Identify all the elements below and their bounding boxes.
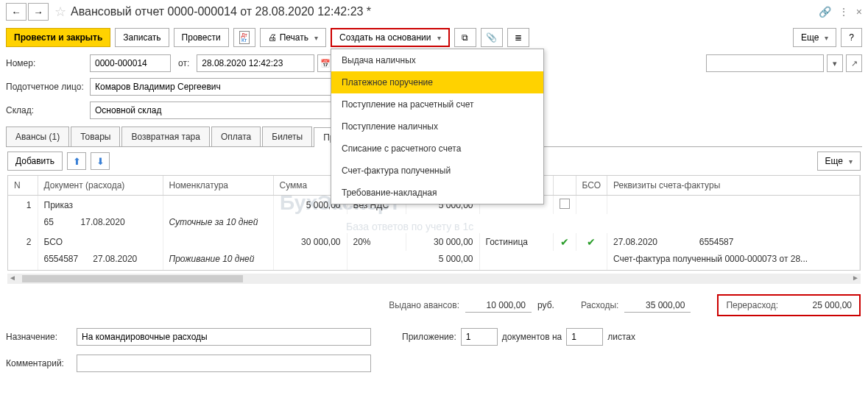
sheets-count-input[interactable]	[566, 328, 603, 346]
more-button[interactable]: Еще	[793, 28, 836, 47]
list-button[interactable]: ≣	[507, 28, 529, 47]
create-based-button[interactable]: Создать на основании	[331, 28, 450, 47]
horizontal-scrollbar[interactable]	[7, 274, 861, 284]
tab-returns[interactable]: Возвратная тара	[121, 127, 210, 146]
menu-item[interactable]: Счет-фактура полученный	[331, 160, 543, 182]
purpose-label: Назначение:	[6, 332, 72, 342]
table-row[interactable]: 6554587 27.08.2020 Проживание 10 дней 5 …	[8, 251, 860, 270]
submit-button[interactable]: Провести	[174, 28, 229, 47]
bso-checkbox[interactable]: ✔	[576, 233, 607, 251]
table-row[interactable]: 2 БСО 30 000,00 20% 30 000,00 Гостиница …	[8, 233, 860, 251]
kebab-icon[interactable]: ⋮	[839, 6, 849, 18]
advances-label: Выдано авансов:	[389, 300, 459, 310]
attach-button[interactable]: 📎	[481, 28, 503, 47]
comment-label: Комментарий:	[6, 358, 72, 368]
overrun-label: Перерасход:	[726, 300, 778, 310]
sf-checkbox[interactable]	[560, 199, 570, 209]
close-icon[interactable]: ×	[856, 6, 862, 18]
expenses-value: 35 000,00	[624, 299, 691, 313]
number-input[interactable]	[90, 54, 171, 72]
page-title: Авансовый отчет 0000-000014 от 28.08.202…	[71, 5, 819, 18]
overrun-value: 25 000,00	[793, 300, 852, 310]
menu-item[interactable]: Поступление наличных	[331, 115, 543, 138]
attach-count-input[interactable]	[461, 328, 498, 346]
org-open-button[interactable]: ↗	[846, 54, 862, 72]
print-button[interactable]: 🖨 Печать	[260, 28, 326, 47]
advances-value: 10 000,00	[465, 299, 532, 313]
debit-credit-button[interactable]: ДтКт	[233, 28, 255, 47]
add-row-button[interactable]: Добавить	[7, 152, 63, 171]
move-down-button[interactable]: ⬇	[91, 152, 110, 170]
menu-item[interactable]: Списание с расчетного счета	[331, 138, 543, 160]
save-button[interactable]: Записать	[115, 28, 169, 47]
table-row[interactable]: 65 17.08.2020 Суточные за 10 дней	[8, 214, 860, 233]
tab-advances[interactable]: Авансы (1)	[6, 127, 69, 146]
expenses-label: Расходы:	[581, 300, 619, 310]
comment-input[interactable]	[77, 355, 371, 372]
menu-item[interactable]: Выдача наличных	[331, 49, 543, 71]
tab-tickets[interactable]: Билеты	[262, 127, 312, 146]
attach-label: Приложение:	[402, 332, 456, 342]
tab-goods[interactable]: Товары	[71, 127, 120, 146]
structure-button[interactable]: ⧉	[454, 28, 476, 47]
menu-item[interactable]: Платежное поручение	[331, 71, 543, 93]
person-label: Подотчетное лицо:	[6, 82, 87, 92]
tab-payment[interactable]: Оплата	[211, 127, 261, 146]
submit-close-button[interactable]: Провести и закрыть	[6, 28, 110, 47]
date-input[interactable]	[197, 54, 314, 72]
purpose-input[interactable]	[77, 328, 371, 346]
favorite-icon[interactable]: ☆	[54, 4, 66, 20]
menu-item[interactable]: Требование-накладная	[331, 182, 543, 204]
forward-button[interactable]: →	[28, 3, 49, 21]
warehouse-input[interactable]	[90, 102, 355, 119]
number-label: Номер:	[6, 58, 87, 68]
help-button[interactable]: ?	[841, 28, 862, 47]
menu-item[interactable]: Поступление на расчетный счет	[331, 93, 543, 115]
back-button[interactable]: ←	[6, 3, 27, 21]
warehouse-label: Склад:	[6, 105, 87, 115]
from-label: от:	[178, 58, 189, 68]
sf-checkbox[interactable]: ✔	[553, 233, 576, 251]
org-dropdown-button[interactable]: ▾	[827, 54, 843, 72]
move-up-button[interactable]: ⬆	[67, 152, 86, 170]
org-input[interactable]	[706, 54, 824, 72]
link-icon[interactable]: 🔗	[819, 6, 831, 18]
table-more-button[interactable]: Еще	[817, 152, 861, 171]
create-based-menu: Выдача наличных Платежное поручение Пост…	[331, 49, 544, 204]
person-input[interactable]	[90, 78, 355, 96]
